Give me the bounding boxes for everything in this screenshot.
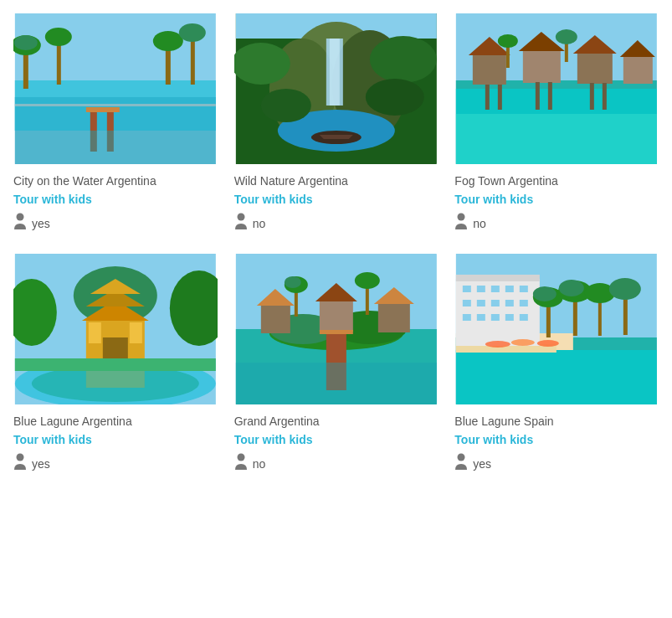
kids-status-blue-lagune-arg: yes xyxy=(32,457,50,471)
card-image-grand-argentina xyxy=(234,254,439,404)
card-tour-blue-lagune-arg[interactable]: Tour with kids xyxy=(13,433,218,446)
svg-rect-2 xyxy=(15,97,216,131)
svg-rect-99 xyxy=(477,286,485,292)
card-kids-city-water: yes xyxy=(13,213,218,234)
kids-status-fog-town: no xyxy=(473,217,486,230)
svg-rect-36 xyxy=(473,55,506,85)
svg-rect-111 xyxy=(505,314,514,321)
card-city-water: City on the Water Argentina Tour with ki… xyxy=(13,13,218,234)
svg-point-116 xyxy=(533,286,557,301)
svg-point-71 xyxy=(17,454,24,461)
svg-point-31 xyxy=(365,79,423,116)
svg-rect-107 xyxy=(520,300,528,306)
svg-rect-54 xyxy=(456,114,657,164)
svg-rect-84 xyxy=(319,330,352,334)
card-title-blue-lagune-arg: Blue Lagune Argentina xyxy=(13,415,218,428)
svg-point-87 xyxy=(284,276,300,288)
svg-rect-109 xyxy=(477,314,485,321)
card-image-wild-nature xyxy=(234,13,439,164)
svg-point-9 xyxy=(153,31,183,51)
svg-rect-94 xyxy=(456,350,657,404)
svg-point-127 xyxy=(458,454,465,461)
svg-point-125 xyxy=(511,339,535,346)
card-image-city-water xyxy=(13,13,218,164)
kids-status-wild-nature: no xyxy=(253,217,266,230)
card-title-city-water: City on the Water Argentina xyxy=(13,174,218,188)
card-kids-blue-lagune-arg: yes xyxy=(13,453,218,474)
card-blue-lagune-spain: Blue Lagune Spain Tour with kids yes xyxy=(454,254,659,474)
svg-point-89 xyxy=(354,272,379,289)
card-blue-lagune-arg: Blue Lagune Argentina Tour with kids yes xyxy=(13,254,218,474)
svg-rect-10 xyxy=(191,34,195,85)
svg-rect-79 xyxy=(319,300,352,332)
svg-point-119 xyxy=(559,280,584,296)
card-grand-argentina: Grand Argentina Tour with kids no xyxy=(234,254,439,474)
card-title-grand-argentina: Grand Argentina xyxy=(234,415,439,428)
svg-point-5 xyxy=(14,35,38,50)
card-kids-grand-argentina: no xyxy=(234,453,439,474)
person-icon-wild-nature xyxy=(234,213,248,234)
svg-point-51 xyxy=(498,34,518,48)
card-tour-blue-lagune-spain[interactable]: Tour with kids xyxy=(454,433,659,446)
svg-rect-70 xyxy=(15,358,216,371)
svg-rect-44 xyxy=(485,85,490,110)
card-tour-city-water[interactable]: Tour with kids xyxy=(13,193,218,206)
svg-rect-46 xyxy=(536,82,540,110)
svg-point-123 xyxy=(609,278,641,300)
card-wild-nature: Wild Nature Argentina Tour with kids no xyxy=(234,13,439,234)
person-icon-grand-argentina xyxy=(234,453,248,474)
svg-rect-102 xyxy=(520,286,528,292)
person-icon-fog-town xyxy=(454,213,468,234)
svg-point-53 xyxy=(556,29,577,44)
svg-rect-104 xyxy=(477,300,485,306)
card-fog-town: Fog Town Argentina Tour with kids no xyxy=(454,13,659,234)
svg-rect-100 xyxy=(491,286,500,292)
svg-point-28 xyxy=(234,43,290,85)
svg-rect-105 xyxy=(491,300,500,306)
svg-rect-110 xyxy=(491,314,500,321)
svg-marker-27 xyxy=(319,135,352,139)
svg-point-30 xyxy=(260,89,310,122)
svg-point-11 xyxy=(179,23,206,42)
card-kids-wild-nature: no xyxy=(234,213,439,234)
card-tour-wild-nature[interactable]: Tour with kids xyxy=(234,193,439,206)
card-kids-fog-town: no xyxy=(454,213,659,234)
svg-point-124 xyxy=(485,341,510,348)
person-icon-blue-lagune-arg xyxy=(13,453,27,474)
svg-rect-113 xyxy=(456,275,540,281)
svg-point-55 xyxy=(458,214,465,221)
card-tour-grand-argentina[interactable]: Tour with kids xyxy=(234,433,439,446)
svg-point-17 xyxy=(17,214,24,221)
svg-point-91 xyxy=(237,454,244,461)
svg-point-32 xyxy=(237,214,244,221)
svg-rect-81 xyxy=(377,302,409,332)
card-title-wild-nature: Wild Nature Argentina xyxy=(234,174,439,188)
card-kids-blue-lagune-spain: yes xyxy=(454,453,659,474)
card-title-fog-town: Fog Town Argentina xyxy=(454,174,659,188)
kids-status-city-water: yes xyxy=(32,217,50,230)
person-icon-blue-lagune-spain xyxy=(454,453,468,474)
svg-rect-66 xyxy=(130,322,142,343)
card-title-blue-lagune-spain: Blue Lagune Spain xyxy=(454,415,659,428)
svg-rect-38 xyxy=(523,51,561,83)
card-image-fog-town xyxy=(454,13,659,164)
svg-rect-106 xyxy=(505,300,514,306)
svg-rect-103 xyxy=(463,300,471,306)
card-image-blue-lagune-arg xyxy=(13,254,218,404)
svg-rect-48 xyxy=(590,83,594,110)
svg-rect-14 xyxy=(86,107,120,112)
svg-rect-98 xyxy=(463,286,471,292)
person-icon-city-water xyxy=(13,213,27,234)
svg-rect-108 xyxy=(463,314,471,321)
svg-point-7 xyxy=(45,28,72,46)
svg-rect-47 xyxy=(548,82,552,110)
svg-rect-24 xyxy=(329,39,339,106)
card-tour-fog-town[interactable]: Tour with kids xyxy=(454,193,659,206)
svg-rect-42 xyxy=(623,57,653,84)
card-image-blue-lagune-spain xyxy=(454,254,659,404)
kids-status-grand-argentina: no xyxy=(253,457,266,471)
svg-rect-77 xyxy=(260,304,290,333)
tour-grid: City on the Water Argentina Tour with ki… xyxy=(13,13,659,474)
kids-status-blue-lagune-spain: yes xyxy=(473,457,491,471)
svg-rect-16 xyxy=(15,104,216,106)
